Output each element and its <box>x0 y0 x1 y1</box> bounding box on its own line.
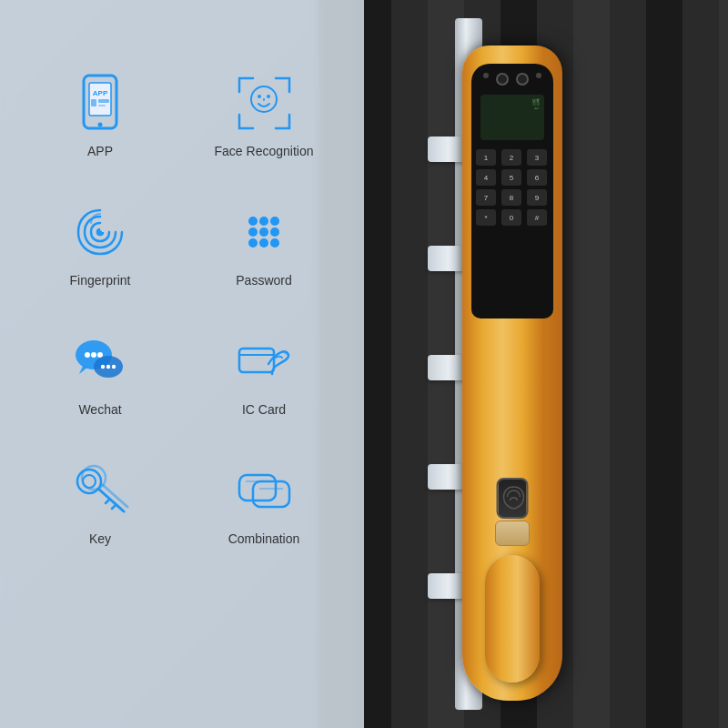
key-0: 0 <box>501 209 521 226</box>
key-3: 3 <box>527 149 547 166</box>
feature-app: APP APP <box>18 46 182 175</box>
lock-keypad-panel: 設置 00:00 ■■□ 1 2 3 4 5 6 7 8 9 * 0 # <box>471 64 553 318</box>
svg-point-22 <box>85 352 90 358</box>
feature-ic-card: IC Card <box>182 304 346 433</box>
sensor-dot-1 <box>483 73 489 78</box>
feature-key: Key <box>18 433 182 562</box>
lock-keypad: 1 2 3 4 5 6 7 8 9 * 0 # <box>476 149 549 226</box>
key-label: Key <box>89 531 111 546</box>
key-6: 6 <box>527 169 547 186</box>
wechat-icon <box>68 329 132 393</box>
svg-rect-30 <box>239 349 274 372</box>
svg-text:APP: APP <box>93 89 108 97</box>
svg-point-8 <box>258 95 261 98</box>
svg-rect-6 <box>98 105 106 106</box>
svg-rect-5 <box>98 99 109 103</box>
svg-line-35 <box>106 500 109 503</box>
app-label: APP <box>87 144 113 158</box>
svg-point-20 <box>270 238 279 248</box>
ic-card-icon <box>232 329 296 393</box>
sensor-dot-2 <box>536 73 541 78</box>
key-5: 5 <box>501 169 521 186</box>
lock-body: 設置 00:00 ■■□ 1 2 3 4 5 6 7 8 9 * 0 # <box>462 46 562 701</box>
features-grid: APP APP <box>18 46 346 562</box>
svg-point-16 <box>259 228 268 237</box>
svg-point-24 <box>97 352 103 358</box>
svg-point-23 <box>91 352 96 358</box>
lock-handle <box>485 555 540 682</box>
svg-point-15 <box>248 228 258 237</box>
svg-line-36 <box>112 505 116 509</box>
feature-fingerprint: Fingerprint <box>18 175 182 304</box>
svg-point-14 <box>270 217 279 226</box>
svg-rect-4 <box>91 99 96 106</box>
svg-point-11 <box>98 230 102 234</box>
key-hash: # <box>527 209 547 226</box>
svg-point-9 <box>267 95 270 98</box>
feature-combination: Combination <box>182 433 346 562</box>
password-label: Password <box>236 273 291 288</box>
fingerprint-label: Fingerprint <box>70 273 131 288</box>
face-icon <box>232 71 296 135</box>
svg-point-29 <box>112 364 116 368</box>
key-8: 8 <box>501 189 521 206</box>
feature-wechat: Wechat <box>18 304 182 433</box>
key-2: 2 <box>501 149 521 166</box>
key-9: 9 <box>527 189 547 206</box>
camera-lens <box>496 73 509 86</box>
lock-display: 設置 00:00 ■■□ <box>480 95 544 140</box>
key-4: 4 <box>476 169 496 186</box>
key-star: * <box>476 209 496 226</box>
svg-point-17 <box>270 228 279 237</box>
combination-icon <box>232 459 296 522</box>
feature-face-recognition: Face Recognition <box>182 46 346 175</box>
sensor-row <box>483 73 541 86</box>
ic-card-label: IC Card <box>242 402 286 417</box>
app-icon: APP <box>68 71 132 135</box>
svg-point-2 <box>98 122 103 126</box>
key-icon <box>68 459 132 522</box>
key-7: 7 <box>476 189 496 206</box>
combination-label: Combination <box>228 531 300 546</box>
svg-rect-39 <box>239 475 276 500</box>
feature-password: Password <box>182 175 346 304</box>
fingerprint-icon <box>68 200 132 264</box>
lock-assembly: 設置 00:00 ■■□ 1 2 3 4 5 6 7 8 9 * 0 # <box>400 18 582 710</box>
fingerprint-sensor <box>497 478 529 519</box>
svg-rect-40 <box>253 481 289 507</box>
password-icon <box>232 200 296 264</box>
svg-point-12 <box>248 217 258 226</box>
thumb-button <box>495 521 530 546</box>
wechat-label: Wechat <box>78 402 121 417</box>
svg-marker-25 <box>79 366 88 374</box>
svg-point-18 <box>248 238 258 248</box>
svg-point-28 <box>106 364 110 368</box>
face-recognition-label: Face Recognition <box>215 144 314 158</box>
camera-lens-2 <box>516 73 529 86</box>
svg-point-13 <box>259 217 268 226</box>
svg-point-27 <box>101 364 105 368</box>
key-1: 1 <box>476 149 496 166</box>
svg-point-19 <box>259 238 268 248</box>
